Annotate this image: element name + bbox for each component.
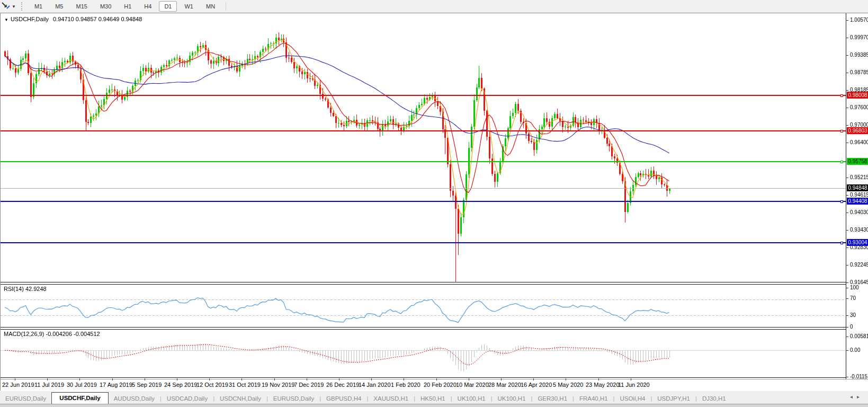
timeframe-button-m5[interactable]: M5 <box>50 1 68 12</box>
chart-tab-xauusd-h1[interactable]: XAUUSD,H1 <box>368 393 414 404</box>
chart-tab-ger30-h1[interactable]: GER30,H1 <box>532 393 572 404</box>
macd-axis-tick <box>846 337 848 337</box>
price-axis-label: 0.94615 <box>850 192 868 198</box>
panel-separator-line[interactable] <box>1 377 846 378</box>
symbol-dropdown-icon[interactable]: ▼ <box>4 17 8 22</box>
chart-ohlc-values: 0.94710 0.94857 0.94649 0.94848 <box>53 16 142 22</box>
price-axis-tick <box>846 38 848 38</box>
date-axis-label: 30 Jul 2019 <box>67 382 97 388</box>
current-price-line <box>1 188 846 189</box>
price-axis-tick <box>846 213 848 213</box>
date-axis-tick <box>209 378 210 381</box>
panel-separator-line[interactable] <box>1 284 846 285</box>
date-axis-tick <box>15 378 15 381</box>
date-axis-tick <box>371 378 372 381</box>
price-axis-tick <box>846 20 848 21</box>
chart-tab-usdjpy-h1[interactable]: USDJPY,H1 <box>652 393 695 404</box>
date-axis-label: 1 Feb 2020 <box>391 382 420 388</box>
price-line-0.94408[interactable] <box>1 201 846 202</box>
date-axis-label: 12 Oct 2019 <box>196 382 228 388</box>
price-axis-tick <box>846 195 848 196</box>
chart-tab-usdchf-daily[interactable]: USDCHF,Daily <box>51 392 108 404</box>
price-axis-tick <box>846 90 848 91</box>
rsi-label: RSI(14) 42.9248 <box>4 286 47 292</box>
price-axis-tick <box>846 125 848 126</box>
date-axis-label: 20 Feb 2020 <box>424 382 457 388</box>
chart-tab-uk100-h1[interactable]: UK100,H1 <box>493 393 531 404</box>
chart-tab-hk50-h1[interactable]: HK50,H1 <box>415 393 451 404</box>
rsi-axis-tick <box>846 315 848 316</box>
chart-tab-uk100-h1[interactable]: UK100,H1 <box>452 393 491 404</box>
timeframe-button-h4[interactable]: H4 <box>139 1 157 12</box>
date-axis-tick <box>469 378 469 381</box>
price-line-value-badge: 0.94408 <box>847 198 868 205</box>
rsi-axis-tick <box>846 298 848 299</box>
chart-tab-usdcnh-daily[interactable]: USDCNH,Daily <box>214 393 266 404</box>
date-axis-label: 14 Jan 2020 <box>359 382 391 388</box>
timeframe-button-m15[interactable]: M15 <box>70 1 92 12</box>
status-bar <box>0 404 868 407</box>
tab-scroll-arrows[interactable]: ◂▸ <box>850 394 864 400</box>
price-axis-label: 0.96400 <box>850 139 868 145</box>
price-line-0.96803[interactable] <box>1 130 846 131</box>
date-axis-tick <box>79 378 80 381</box>
date-axis-tick <box>631 378 631 381</box>
chart-tab-eurusd-daily[interactable]: EURUSD,Daily <box>268 393 319 404</box>
date-axis-tick <box>339 378 339 381</box>
window-bottom-edge <box>1 379 868 379</box>
rsi-axis-tick <box>846 288 848 288</box>
timeframe-button-m30[interactable]: M30 <box>95 1 117 12</box>
timeframe-button-mn[interactable]: MN <box>201 1 220 12</box>
chart-tab-fra40-h1[interactable]: FRA40,H1 <box>574 393 613 404</box>
chart-tab-audusd-daily[interactable]: AUDUSD,Daily <box>109 393 160 404</box>
date-axis-label: 28 Mar 2020 <box>488 382 521 388</box>
rsi-indicator-chart[interactable] <box>1 285 846 328</box>
chart-tab-usoil-h4[interactable]: USOil,H4 <box>614 393 650 404</box>
toolbar-dropdown-arrow[interactable]: ▼ <box>12 4 16 9</box>
mt4-window: ▼ M1M5M15M30H1H4D1W1MN ▼USDCHF,Daily0.94… <box>0 0 868 407</box>
timeframe-button-w1[interactable]: W1 <box>179 1 199 12</box>
price-axis-tick <box>846 178 848 178</box>
date-axis-tick <box>241 378 242 381</box>
panel-separator-line[interactable] <box>1 329 846 330</box>
date-axis-label: 7 Dec 2019 <box>294 382 324 388</box>
price-line-handle[interactable] <box>840 242 843 244</box>
price-line-0.93004[interactable] <box>1 242 846 243</box>
timeframe-buttons: M1M5M15M30H1H4D1W1MN <box>28 1 221 12</box>
cursor-tool-icon[interactable] <box>1 2 11 11</box>
price-line-handle[interactable] <box>840 200 843 203</box>
price-line-value-badge: 0.95758 <box>847 158 868 165</box>
price-line-value-badge: 0.93004 <box>847 239 868 246</box>
panel-separator-line[interactable] <box>1 282 846 282</box>
date-axis-tick <box>533 378 534 381</box>
price-axis-label: 0.97600 <box>850 104 868 110</box>
price-axis-label: 0.99970 <box>850 34 868 40</box>
tab-scroll-left-icon[interactable]: ◂ <box>850 394 857 400</box>
timeframe-button-h1[interactable]: H1 <box>119 1 137 12</box>
macd-axis-label: -0.011514 <box>850 374 868 379</box>
price-axis-label: 0.98785 <box>850 69 868 75</box>
price-line-handle[interactable] <box>840 130 843 132</box>
price-line-0.95758[interactable] <box>1 161 846 162</box>
price-axis-label: 0.92245 <box>850 262 868 268</box>
chart-tab-eurusd-daily[interactable]: EURUSD,Daily <box>0 393 51 404</box>
price-line-handle[interactable] <box>840 94 843 97</box>
date-axis-tick <box>501 378 502 381</box>
chart-tab-gbpusd-h4[interactable]: GBPUSD,H4 <box>321 393 366 404</box>
price-line-0.98008[interactable] <box>1 95 846 96</box>
date-axis-tick <box>177 378 177 381</box>
chart-tab-dj30-h1[interactable]: DJ30,H1 <box>697 393 731 404</box>
price-axis-tick <box>846 282 848 283</box>
price-line-handle[interactable] <box>840 161 843 163</box>
price-axis-label: 0.94030 <box>850 209 868 215</box>
chart-window: ▼USDCHF,Daily0.94710 0.94857 0.94649 0.9… <box>0 13 868 391</box>
macd-axis-label: 0.005818 <box>850 333 868 339</box>
macd-indicator-chart[interactable] <box>1 330 846 377</box>
timeframe-button-m1[interactable]: M1 <box>29 1 48 12</box>
timeframe-button-d1[interactable]: D1 <box>159 1 177 12</box>
tab-scroll-right-icon[interactable]: ▸ <box>857 394 864 400</box>
toolbar-grip <box>21 2 25 11</box>
chart-tab-usdcad-daily[interactable]: USDCAD,Daily <box>162 393 213 404</box>
panel-separator-line[interactable] <box>1 327 846 328</box>
price-axis-label: 0.93430 <box>850 227 868 233</box>
